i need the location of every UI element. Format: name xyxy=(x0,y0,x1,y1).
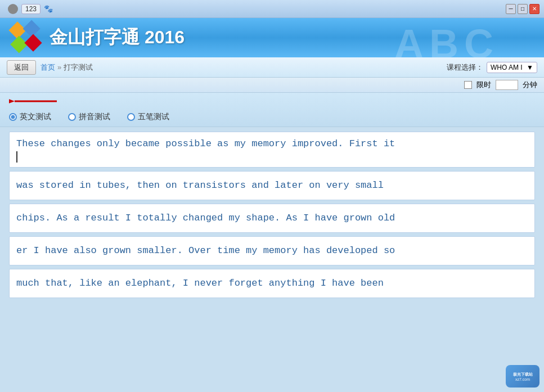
text-line-0: These changes only became possible as my… xyxy=(16,137,395,151)
radio-wubi-label: 五笔测试 xyxy=(138,112,169,122)
app-logo xyxy=(11,22,42,53)
close-button[interactable]: ✕ xyxy=(529,4,539,14)
text-line-3: er I have also grown smaller. Over time … xyxy=(16,244,395,258)
text-line-box-0[interactable]: These changes only became possible as my… xyxy=(9,132,535,168)
text-line-1: was stored in tubes, then on transistors… xyxy=(16,178,384,193)
course-dropdown[interactable]: WHO AM I ▼ xyxy=(487,62,537,73)
time-limit-input[interactable] xyxy=(496,80,518,90)
text-line-box-2[interactable]: chips. As a result I totally changed my … xyxy=(9,204,535,233)
test-controls-area: 英文测试 拼音测试 五笔测试 xyxy=(0,93,544,127)
user-icon xyxy=(8,4,18,14)
course-selector: 课程选择： WHO AM I ▼ xyxy=(447,62,537,73)
time-limit-label: 限时 xyxy=(476,80,491,90)
content-wrapper: 返回 首页 » 打字测试 课程选择： WHO AM I ▼ 限时 分钟 xyxy=(0,57,544,392)
watermark-inner: 极光下载站 xz7.com xyxy=(506,365,539,388)
text-line-box-1[interactable]: was stored in tubes, then on transistors… xyxy=(9,171,535,200)
text-cursor xyxy=(16,151,17,163)
course-label: 课程选择： xyxy=(447,62,483,73)
breadcrumb-home[interactable]: 首页 xyxy=(41,62,55,73)
radio-pinyin[interactable]: 拼音测试 xyxy=(68,112,110,122)
text-line-box-4[interactable]: much that, like an elephant, I never for… xyxy=(9,269,535,298)
title-bar: 123 🐾 ─ □ ✕ xyxy=(0,0,544,18)
time-limit-checkbox[interactable] xyxy=(464,81,472,89)
main-content: These changes only became possible as my… xyxy=(0,127,544,392)
time-unit-label: 分钟 xyxy=(523,80,537,90)
cursor-row xyxy=(16,151,17,163)
test-type-row: 英文测试 拼音测试 五笔测试 xyxy=(9,110,535,127)
breadcrumb-separator: » xyxy=(57,63,61,71)
arrow-row xyxy=(9,95,535,107)
app-title: 金山打字通 2016 xyxy=(50,25,185,50)
radio-english[interactable]: 英文测试 xyxy=(9,112,51,122)
radio-pinyin-circle xyxy=(68,113,76,121)
text-line-box-3[interactable]: er I have also grown smaller. Over time … xyxy=(9,236,535,265)
watermark-line1: 极光下载站 xyxy=(513,372,533,377)
nav-bar: 返回 首页 » 打字测试 课程选择： WHO AM I ▼ xyxy=(0,57,544,78)
timer-row: 限时 分钟 xyxy=(0,78,544,93)
title-bar-left: 123 🐾 xyxy=(8,4,53,14)
app-header: ABC 金山打字通 2016 xyxy=(0,18,544,57)
text-line-4: much that, like an elephant, I never for… xyxy=(16,276,384,291)
breadcrumb: 首页 » 打字测试 xyxy=(41,62,93,73)
title-bar-icon2: 🐾 xyxy=(44,4,53,13)
header-bg-text: ABC xyxy=(394,21,499,57)
red-arrow-icon xyxy=(9,95,60,107)
maximize-button[interactable]: □ xyxy=(518,4,528,14)
radio-wubi-circle xyxy=(127,113,135,121)
radio-english-label: 英文测试 xyxy=(20,112,51,122)
radio-english-circle xyxy=(9,113,17,121)
watermark-line2: xz7.com xyxy=(515,377,530,381)
breadcrumb-current: 打字测试 xyxy=(64,62,93,73)
radio-wubi[interactable]: 五笔测试 xyxy=(127,112,169,122)
watermark: 极光下载站 xz7.com xyxy=(506,365,539,388)
user-badge: 123 xyxy=(21,4,41,14)
dropdown-arrow-icon: ▼ xyxy=(527,64,533,71)
back-button[interactable]: 返回 xyxy=(7,60,36,75)
minimize-button[interactable]: ─ xyxy=(506,4,516,14)
course-value: WHO AM I xyxy=(491,64,523,71)
radio-pinyin-label: 拼音测试 xyxy=(79,112,110,122)
text-line-2: chips. As a result I totally changed my … xyxy=(16,211,395,226)
